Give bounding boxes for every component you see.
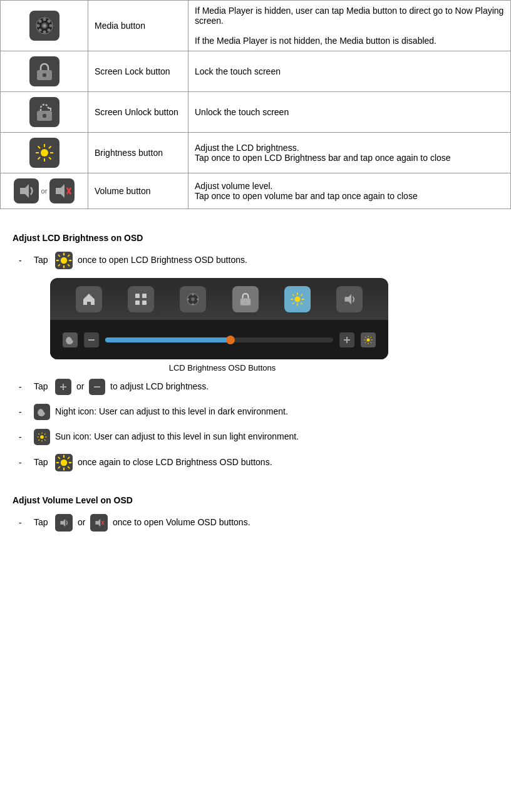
svg-line-67	[371, 342, 372, 343]
brightness-icon	[29, 138, 59, 168]
osd-grid-btn	[128, 286, 154, 312]
osd-sun-small-icon	[361, 332, 376, 347]
dash-3: -	[19, 407, 28, 417]
svg-point-73	[40, 435, 44, 439]
volume-desc: Adjust volume level. Tap once to open vo…	[188, 173, 511, 209]
svg-line-79	[44, 439, 46, 441]
svg-point-42	[191, 297, 195, 301]
svg-point-6	[38, 20, 41, 23]
svg-line-68	[371, 337, 372, 338]
brightness-bullet-2: - Tap or to adjust LCD brightness.	[13, 379, 498, 395]
media-icon-cell	[1, 1, 88, 51]
feature-table: Media button If Media Player is hidden, …	[0, 0, 511, 209]
svg-rect-40	[142, 301, 147, 305]
night-icon-text: Night icon: User can adjust to this leve…	[55, 406, 288, 416]
osd-lock-btn	[232, 286, 259, 312]
svg-point-3	[43, 31, 46, 34]
brightness-section-title: Adjust LCD Brightness on OSD	[13, 233, 498, 243]
svg-point-82	[61, 460, 68, 466]
osd-container: LCD Brightness OSD Buttons	[50, 278, 395, 373]
brightness-icon-cell	[1, 133, 88, 173]
brightness-label: Brightness button	[88, 133, 188, 173]
screen-unlock-icon	[29, 97, 59, 127]
svg-rect-14	[43, 114, 46, 118]
screen-lock-name: Screen Lock button	[95, 66, 170, 76]
svg-point-46	[197, 298, 199, 300]
svg-marker-91	[61, 519, 66, 527]
screen-lock-icon-cell	[1, 51, 88, 92]
svg-line-54	[301, 302, 302, 304]
osd-moon-icon	[63, 332, 78, 347]
svg-marker-57	[345, 294, 352, 304]
media-button-label: Media button	[88, 1, 188, 51]
osd-brightness-btn	[284, 286, 311, 312]
osd-minus-btn[interactable]	[84, 332, 99, 347]
dash-4: -	[19, 432, 28, 442]
brightness-name: Brightness button	[95, 148, 163, 158]
svg-point-48	[294, 296, 300, 302]
table-row: Media button If Media Player is hidden, …	[1, 1, 511, 51]
osd-slider-track	[105, 337, 333, 342]
screen-unlock-label: Screen Unlock button	[88, 92, 188, 133]
brightness-inline-icon-2	[55, 454, 73, 471]
osd-plus-btn[interactable]	[339, 332, 354, 347]
svg-point-5	[49, 24, 52, 28]
vol-mute-inline-icon	[90, 514, 108, 532]
svg-line-88	[68, 466, 70, 468]
osd-caption: LCD Brightness OSD Buttons	[50, 363, 395, 373]
svg-point-28	[61, 257, 68, 264]
svg-line-87	[58, 457, 60, 459]
volume-section: Adjust Volume Level on OSD - Tap or	[0, 484, 511, 553]
osd-slider-thumb	[226, 336, 235, 344]
volume-name: Volume button	[95, 186, 151, 196]
vol-dash-1: -	[19, 518, 28, 528]
volume-or-label: or	[41, 187, 48, 195]
tap-label-1: Tap	[34, 255, 48, 265]
svg-point-15	[41, 149, 48, 157]
table-row: Brightness button Adjust the LCD brightn…	[1, 133, 511, 173]
svg-point-43	[192, 294, 194, 296]
brightness-section: Adjust LCD Brightness on OSD - Tap	[0, 222, 511, 471]
plus-inline-icon	[55, 379, 71, 395]
svg-point-2	[43, 18, 46, 21]
svg-rect-38	[142, 294, 147, 298]
volume-icon-cell: or	[1, 173, 88, 209]
screen-unlock-desc: Unlock the touch screen	[188, 92, 511, 133]
svg-line-20	[38, 146, 40, 149]
osd-media-btn	[180, 286, 206, 312]
svg-line-81	[38, 439, 39, 441]
sun-inline-icon	[34, 429, 50, 445]
screen-lock-desc: Lock the touch screen	[188, 51, 511, 92]
volume-bullet-1: - Tap or	[13, 514, 498, 532]
svg-point-9	[47, 29, 50, 32]
svg-marker-92	[96, 519, 101, 527]
tap-label-2: Tap	[34, 381, 48, 391]
svg-line-69	[365, 342, 366, 343]
table-row: or Volume button Adjust volume level. Ta…	[1, 173, 511, 209]
brightness-desc: Adjust the LCD brightness. Tap once to o…	[188, 133, 511, 173]
svg-rect-47	[240, 298, 250, 305]
svg-line-90	[58, 466, 60, 468]
svg-line-56	[292, 302, 294, 304]
svg-rect-12	[43, 73, 46, 77]
svg-line-21	[49, 157, 51, 160]
screen-unlock-icon-cell	[1, 92, 88, 133]
volume-mute-icon	[49, 178, 75, 203]
svg-line-34	[68, 264, 70, 266]
brightness-bullet2-post: to adjust LCD brightness.	[110, 381, 209, 391]
svg-rect-39	[135, 301, 140, 305]
brightness-bullet-1: - Tap	[13, 252, 498, 269]
brightness-bullet-4: - Sun icon: User c	[13, 429, 498, 445]
svg-line-33	[58, 255, 60, 257]
svg-point-7	[47, 20, 50, 23]
svg-point-10	[43, 24, 46, 28]
svg-point-4	[36, 24, 39, 28]
vol-tap-label: Tap	[34, 517, 48, 527]
vol-or-label: or	[78, 517, 85, 527]
svg-rect-37	[135, 294, 140, 298]
table-row: Screen Lock button Lock the touch screen	[1, 51, 511, 92]
osd-home-btn	[76, 286, 102, 312]
svg-point-8	[38, 29, 41, 32]
screen-lock-icon	[29, 56, 59, 86]
table-row: Screen Unlock button Unlock the touch sc…	[1, 92, 511, 133]
